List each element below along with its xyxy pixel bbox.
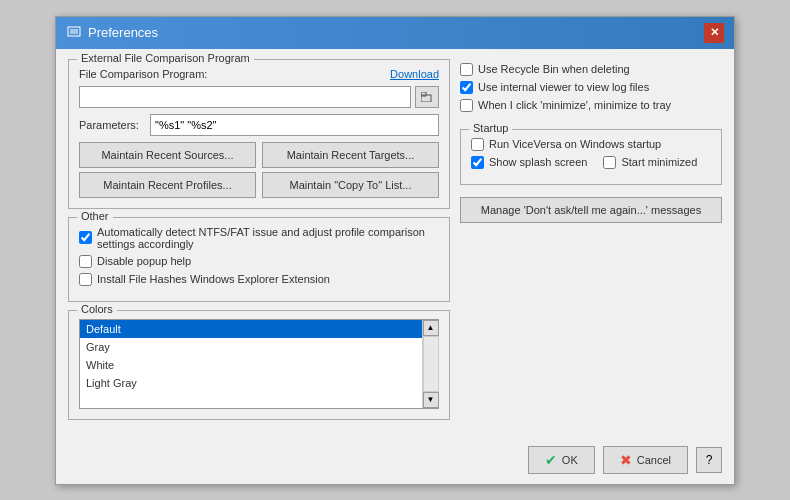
preferences-dialog: Preferences ✕ External File Comparison P… — [55, 16, 735, 485]
color-list-container: Default Gray White Light Gray ▲ ▼ — [79, 319, 439, 409]
browse-button[interactable] — [415, 86, 439, 108]
startup-group: Startup Run ViceVersa on Windows startup… — [460, 129, 722, 185]
colors-title: Colors — [77, 303, 117, 315]
disable-popup-label: Disable popup help — [97, 255, 191, 267]
use-recycle-checkbox[interactable] — [460, 63, 473, 76]
right-checkboxes: Use Recycle Bin when deleting Use intern… — [460, 59, 722, 125]
close-button[interactable]: ✕ — [704, 23, 724, 43]
color-item-gray[interactable]: Gray — [80, 338, 422, 356]
left-column: External File Comparison Program File Co… — [68, 59, 450, 428]
main-content: External File Comparison Program File Co… — [68, 59, 722, 428]
external-file-group: External File Comparison Program File Co… — [68, 59, 450, 209]
button-row-2: Maintain Recent Profiles... Maintain "Co… — [79, 172, 439, 198]
install-hashes-checkbox[interactable] — [79, 273, 92, 286]
help-label: ? — [706, 453, 713, 467]
disable-popup-checkbox[interactable] — [79, 255, 92, 268]
dialog-icon — [66, 25, 82, 41]
dialog-title: Preferences — [88, 25, 158, 40]
run-viceversa-checkbox[interactable] — [471, 138, 484, 151]
file-comparison-input[interactable] — [79, 86, 411, 108]
install-hashes-label: Install File Hashes Windows Explorer Ext… — [97, 273, 330, 285]
help-button[interactable]: ? — [696, 447, 722, 473]
params-label: Parameters: — [79, 119, 144, 131]
ok-button[interactable]: ✔ OK — [528, 446, 595, 474]
splash-minimized-row: Show splash screen Start minimized — [471, 156, 711, 174]
show-splash-checkbox[interactable] — [471, 156, 484, 169]
auto-detect-label: Automatically detect NTFS/FAT issue and … — [97, 226, 439, 250]
svg-rect-1 — [70, 29, 78, 34]
use-internal-row: Use internal viewer to view log files — [460, 81, 722, 94]
maintain-copy-button[interactable]: Maintain "Copy To" List... — [262, 172, 439, 198]
manage-messages-button[interactable]: Manage 'Don't ask/tell me again...' mess… — [460, 197, 722, 223]
start-minimized-label: Start minimized — [621, 156, 697, 168]
color-item-lightgray[interactable]: Light Gray — [80, 374, 422, 392]
other-title: Other — [77, 210, 113, 222]
ok-check-icon: ✔ — [545, 452, 557, 468]
scroll-down-button[interactable]: ▼ — [423, 392, 439, 408]
scrollbar: ▲ ▼ — [422, 320, 438, 408]
start-minimized-checkbox[interactable] — [603, 156, 616, 169]
start-minimized-row: Start minimized — [603, 156, 697, 169]
auto-detect-row: Automatically detect NTFS/FAT issue and … — [79, 226, 439, 250]
maintain-profiles-button[interactable]: Maintain Recent Profiles... — [79, 172, 256, 198]
minimize-tray-checkbox[interactable] — [460, 99, 473, 112]
install-hashes-row: Install File Hashes Windows Explorer Ext… — [79, 273, 439, 286]
colors-group: Colors Default Gray White Light Gray ▲ ▼ — [68, 310, 450, 420]
title-bar: Preferences ✕ — [56, 17, 734, 49]
startup-title: Startup — [469, 122, 512, 134]
color-item-white[interactable]: White — [80, 356, 422, 374]
file-input-row — [79, 86, 439, 108]
file-comparison-row: File Comparison Program: Download — [79, 68, 439, 80]
use-internal-checkbox[interactable] — [460, 81, 473, 94]
maintain-targets-button[interactable]: Maintain Recent Targets... — [262, 142, 439, 168]
run-viceversa-label: Run ViceVersa on Windows startup — [489, 138, 661, 150]
ok-label: OK — [562, 454, 578, 466]
download-link[interactable]: Download — [390, 68, 439, 80]
show-splash-label: Show splash screen — [489, 156, 587, 168]
file-comparison-label: File Comparison Program: — [79, 68, 209, 80]
params-input[interactable] — [150, 114, 439, 136]
maintain-sources-button[interactable]: Maintain Recent Sources... — [79, 142, 256, 168]
show-splash-row: Show splash screen — [471, 156, 587, 169]
external-file-title: External File Comparison Program — [77, 52, 254, 64]
title-bar-left: Preferences — [66, 25, 158, 41]
disable-popup-row: Disable popup help — [79, 255, 439, 268]
right-column: Use Recycle Bin when deleting Use intern… — [460, 59, 722, 428]
use-internal-label: Use internal viewer to view log files — [478, 81, 649, 93]
button-row-1: Maintain Recent Sources... Maintain Rece… — [79, 142, 439, 168]
use-recycle-row: Use Recycle Bin when deleting — [460, 63, 722, 76]
color-item-default[interactable]: Default — [80, 320, 422, 338]
cancel-cross-icon: ✖ — [620, 452, 632, 468]
scroll-track — [423, 336, 439, 392]
minimize-tray-row: When I click 'minimize', minimize to tra… — [460, 99, 722, 112]
dialog-body: External File Comparison Program File Co… — [56, 49, 734, 438]
params-row: Parameters: — [79, 114, 439, 136]
cancel-button[interactable]: ✖ Cancel — [603, 446, 688, 474]
use-recycle-label: Use Recycle Bin when deleting — [478, 63, 630, 75]
auto-detect-checkbox[interactable] — [79, 231, 92, 244]
color-list: Default Gray White Light Gray — [80, 320, 422, 408]
minimize-tray-label: When I click 'minimize', minimize to tra… — [478, 99, 671, 111]
scroll-up-button[interactable]: ▲ — [423, 320, 439, 336]
other-group: Other Automatically detect NTFS/FAT issu… — [68, 217, 450, 302]
bottom-bar: ✔ OK ✖ Cancel ? — [56, 438, 734, 484]
run-viceversa-row: Run ViceVersa on Windows startup — [471, 138, 711, 151]
cancel-label: Cancel — [637, 454, 671, 466]
